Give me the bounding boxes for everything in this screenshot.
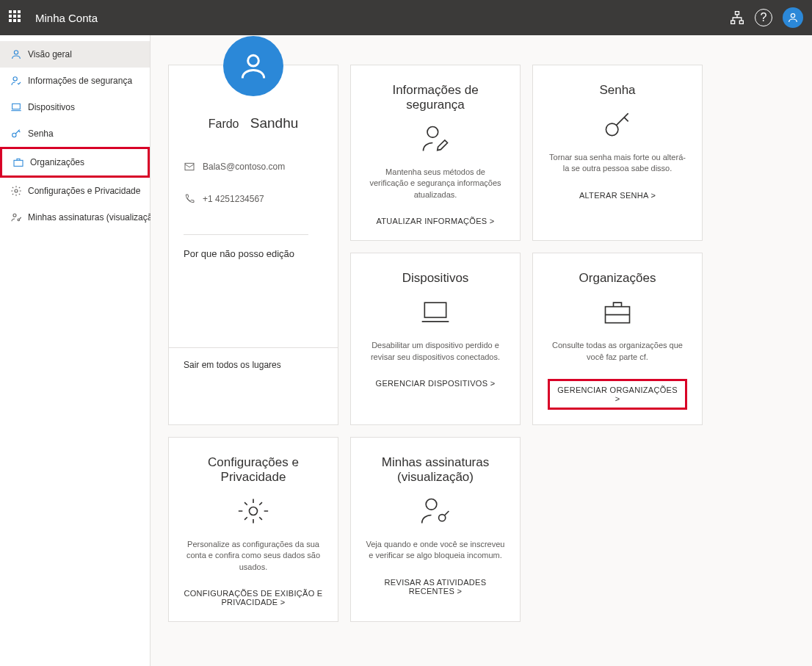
laptop-large-icon <box>419 296 452 328</box>
card-title: Configurações e Privacidade <box>184 455 323 485</box>
why-cant-edit-link[interactable]: Por que não posso edição <box>184 248 294 259</box>
person-edit-icon <box>419 123 452 155</box>
svg-point-5 <box>13 77 17 81</box>
profile-card: Fardo Sandhu BalaS@contoso.com +1 425123… <box>168 65 338 425</box>
manage-devices-link[interactable]: GERENCIAR DISPOSITIVOS > <box>376 379 496 388</box>
sitemap-icon[interactable] <box>730 10 744 25</box>
sidebar-item-organizations[interactable]: Organizações <box>0 147 150 178</box>
svg-rect-2 <box>739 21 743 23</box>
manage-organizations-link[interactable]: GERENCIAR ORGANIZAÇÕES > <box>548 379 687 410</box>
svg-point-3 <box>791 14 794 18</box>
topbar: Minha Conta ? <box>0 0 812 35</box>
card-desc: Consulte todas as organizações que você … <box>548 340 687 363</box>
card-desc: Desabilitar um dispositivo perdido e rev… <box>366 340 505 363</box>
sidebar: Visão geral Informações de segurança Dis… <box>0 35 151 666</box>
help-icon[interactable]: ? <box>755 9 772 26</box>
card-subscriptions: Minhas assinaturas (visualização) Veja q… <box>350 437 521 622</box>
svg-point-20 <box>439 515 446 521</box>
key-large-icon <box>601 108 634 140</box>
profile-email-row: BalaS@contoso.com <box>184 161 285 173</box>
review-activity-link[interactable]: REVISAR AS ATIVIDADES RECENTES > <box>366 578 505 596</box>
person-key-large-icon <box>419 495 452 527</box>
signout-everywhere-link[interactable]: Sair em todos os lugares <box>169 347 338 382</box>
card-title: Organizações <box>579 271 656 286</box>
person-key-icon <box>10 211 22 223</box>
key-icon <box>10 128 22 140</box>
sidebar-item-label: Minhas assinaturas (visualização) <box>28 212 160 222</box>
card-desc: Mantenha seus métodos de verificação e s… <box>366 167 505 200</box>
svg-point-19 <box>426 499 437 510</box>
svg-rect-6 <box>12 104 21 109</box>
svg-rect-8 <box>14 160 23 166</box>
svg-point-11 <box>18 219 20 221</box>
divider <box>184 234 308 235</box>
card-desc: Personalize as configurações da sua cont… <box>184 539 323 573</box>
profile-avatar <box>223 36 283 96</box>
card-title: Senha <box>599 83 635 98</box>
card-desc: Tornar sua senha mais forte ou alterá-la… <box>548 152 687 175</box>
svg-point-9 <box>15 189 18 192</box>
card-password: Senha Tornar sua senha mais forte ou alt… <box>532 65 703 241</box>
gear-large-icon <box>237 495 269 527</box>
phone-icon <box>184 193 195 205</box>
svg-point-4 <box>14 51 18 54</box>
sidebar-item-label: Configurações e Privacidade <box>28 186 140 196</box>
gear-icon <box>10 185 22 197</box>
card-security: Informações de segurança Mantenha seus m… <box>350 65 521 241</box>
app-launcher-icon[interactable] <box>9 10 23 25</box>
sidebar-item-settings[interactable]: Configurações e Privacidade <box>0 178 150 204</box>
sidebar-item-label: Organizações <box>30 157 84 167</box>
sidebar-item-devices[interactable]: Dispositivos <box>0 94 150 120</box>
sidebar-item-subscriptions[interactable]: Minhas assinaturas (visualização) <box>0 204 150 231</box>
profile-phone-row: +1 4251234567 <box>184 193 264 205</box>
profile-name: Fardo Sandhu <box>184 115 323 131</box>
profile-phone: +1 4251234567 <box>203 194 264 204</box>
card-settings: Configurações e Privacidade Personalize … <box>168 437 338 622</box>
mail-icon <box>184 161 195 173</box>
card-grid: Fardo Sandhu BalaS@contoso.com +1 425123… <box>168 65 794 622</box>
profile-email: BalaS@contoso.com <box>203 162 285 172</box>
sidebar-item-security[interactable]: Informações de segurança <box>0 68 150 94</box>
person-icon <box>10 48 22 60</box>
svg-point-12 <box>248 55 259 66</box>
svg-rect-16 <box>424 303 446 317</box>
svg-point-7 <box>12 133 16 137</box>
sidebar-item-overview[interactable]: Visão geral <box>0 41 150 68</box>
svg-rect-0 <box>736 12 739 15</box>
sidebar-item-label: Dispositivos <box>28 102 75 112</box>
laptop-icon <box>10 101 22 113</box>
person-check-icon <box>10 75 22 87</box>
card-desc: Veja quando e onde você se inscreveu e v… <box>366 539 505 562</box>
sidebar-item-label: Informações de segurança <box>28 76 132 86</box>
profile-avatar-wrap <box>184 36 323 96</box>
main-content: Fardo Sandhu BalaS@contoso.com +1 425123… <box>151 35 812 666</box>
svg-point-14 <box>427 127 438 138</box>
profile-first-name: Fardo <box>209 117 239 130</box>
briefcase-icon <box>12 156 24 168</box>
update-info-link[interactable]: ATUALIZAR INFORMAÇÕES > <box>376 217 494 225</box>
card-devices: Dispositivos Desabilitar um dispositivo … <box>350 253 521 425</box>
profile-last-name: Sandhu <box>250 115 299 131</box>
svg-rect-13 <box>185 163 194 170</box>
briefcase-large-icon <box>601 296 634 328</box>
svg-point-10 <box>13 214 16 217</box>
view-settings-link[interactable]: CONFIGURAÇÕES DE EXIBIÇÃO E PRIVACIDADE … <box>184 589 323 607</box>
sidebar-item-password[interactable]: Senha <box>0 120 150 147</box>
sidebar-item-label: Senha <box>28 129 54 139</box>
card-title: Minhas assinaturas (visualização) <box>366 455 505 485</box>
change-password-link[interactable]: ALTERAR SENHA > <box>579 191 656 200</box>
topbar-right: ? <box>730 7 803 28</box>
card-organizations: Organizações Consulte todas as organizaç… <box>532 253 703 425</box>
svg-point-18 <box>250 507 258 515</box>
svg-rect-1 <box>731 21 735 23</box>
sidebar-item-label: Visão geral <box>28 49 72 59</box>
layout: Visão geral Informações de segurança Dis… <box>0 35 812 666</box>
user-avatar-small[interactable] <box>783 7 803 28</box>
card-title: Informações de segurança <box>366 83 505 112</box>
page-title: Minha Conta <box>35 12 730 24</box>
card-title: Dispositivos <box>402 271 469 286</box>
